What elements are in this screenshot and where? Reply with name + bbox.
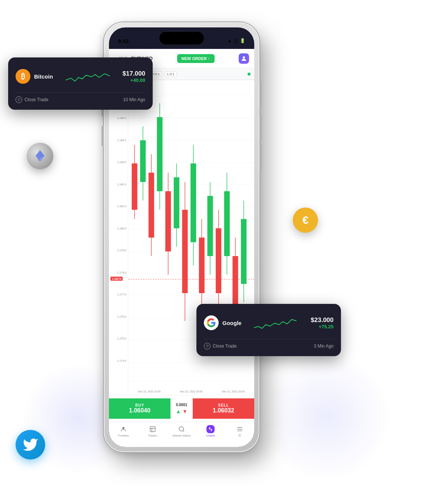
- time-label-1: Dec 22, 2022 22:00: [128, 390, 170, 393]
- arrow-up-icon: ▲: [176, 408, 181, 414]
- bitcoin-icon: ₿: [16, 69, 30, 84]
- status-icons: ▲ ||| 🔋: [228, 38, 245, 43]
- dynamic-island: [159, 32, 204, 44]
- svg-rect-20: [132, 163, 137, 210]
- svg-rect-36: [199, 238, 205, 293]
- svg-rect-38: [207, 196, 213, 256]
- price-level-7: 1,180.0: [117, 226, 126, 230]
- google-time-ago: 3 Min Ago: [314, 344, 334, 349]
- svg-rect-22: [140, 140, 146, 182]
- clock-icon: ⏱: [16, 96, 22, 103]
- nav-charts-label: Charts: [206, 434, 215, 437]
- svg-rect-42: [224, 191, 230, 256]
- google-price-section: $23.000 +75.25: [311, 316, 334, 329]
- bitcoin-price-section: $17.000 +40.00: [123, 70, 145, 83]
- background-glow-right: [262, 352, 391, 482]
- svg-rect-26: [157, 117, 162, 191]
- svg-point-51: [179, 427, 183, 431]
- bitcoin-coin-info: ₿ Bitcoin: [16, 69, 53, 84]
- signal-icon: |||: [234, 38, 238, 43]
- euro-coin: €: [293, 208, 318, 233]
- bitcoin-close-trade[interactable]: ⏱ Close Trade: [16, 96, 49, 103]
- bitcoin-time-ago: 10 Min Ago: [123, 97, 145, 102]
- nav-trades[interactable]: Trades: [138, 425, 167, 437]
- price-level-8: 1,179.0: [117, 249, 126, 252]
- bitcoin-price: $17.000: [123, 70, 145, 77]
- sell-label: SELL: [218, 403, 229, 407]
- avatar: [239, 53, 249, 64]
- time-label-row: Dec 22, 2022 22:00 Dec 22, 2022 16:00 De…: [128, 388, 254, 395]
- nav-charts[interactable]: Charts: [196, 425, 225, 437]
- price-level-2: 1,185.0: [117, 116, 126, 120]
- google-clock-icon: ⏱: [204, 343, 210, 349]
- google-mini-chart: [254, 314, 298, 332]
- google-coin-info: Google: [204, 315, 242, 330]
- price-level-3: 1,184.0: [117, 138, 126, 142]
- price-level-11: 1,176.0: [117, 315, 126, 318]
- svg-point-47: [122, 427, 125, 429]
- svg-rect-24: [149, 173, 154, 238]
- time-label-3: Dec 21, 2022 16:00: [212, 390, 254, 393]
- google-change: +75.25: [311, 324, 334, 329]
- ethereum-coin: [27, 143, 53, 169]
- svg-point-3: [243, 56, 245, 59]
- nav-trades-label: Trades: [148, 434, 157, 437]
- current-price-badge: 1,18270: [110, 276, 123, 281]
- menu-icon: [236, 425, 244, 433]
- spread-value: 0.0001: [176, 403, 188, 407]
- svg-rect-34: [190, 163, 196, 242]
- bottom-nav: Portfolio Trades Market Watch: [109, 422, 254, 447]
- google-close-trade[interactable]: ⏱ Close Trade: [204, 343, 237, 349]
- price-level-9: 1,178.0: [117, 271, 126, 274]
- status-time: 9:41: [118, 38, 129, 44]
- price-axis: 1,187.0 1,185.0 1,184.0 1,183.0 1,182.0 …: [109, 80, 128, 395]
- bitcoin-name: Bitcoin: [34, 73, 53, 80]
- charts-icon: [206, 425, 215, 433]
- google-name: Google: [222, 320, 242, 326]
- battery-icon: 🔋: [240, 38, 245, 43]
- google-card: Google $23.000 +75.25 ⏱ Close Trade 3 Mi…: [196, 304, 341, 356]
- buy-section[interactable]: BUY 1.06040: [109, 398, 170, 419]
- nav-menu-label: ☰: [238, 434, 241, 437]
- trading-bar: BUY 1.06040 0.0001 ▲ ▼ SELL 1.06032: [109, 395, 254, 422]
- nav-portfolio[interactable]: Portfolio: [109, 425, 138, 437]
- google-price: $23.000: [311, 316, 334, 324]
- wifi-icon: ▲: [228, 38, 232, 43]
- svg-rect-46: [241, 219, 246, 284]
- buy-price: 1.06040: [129, 407, 150, 414]
- euro-symbol: €: [302, 214, 309, 226]
- toolbar-l[interactable]: L:0:1: [165, 71, 177, 77]
- spread-center: 0.0001 ▲ ▼: [170, 398, 193, 419]
- price-level-12: 1,175.0: [117, 337, 126, 340]
- buy-label: BUY: [135, 403, 144, 407]
- nav-portfolio-label: Portfolio: [118, 434, 129, 437]
- bitcoin-change: +40.00: [123, 77, 145, 83]
- price-level-10: 1,177.0: [117, 293, 126, 296]
- sell-price: 1.06032: [213, 407, 234, 414]
- google-icon: [204, 315, 219, 330]
- svg-rect-28: [165, 191, 171, 252]
- sell-section[interactable]: SELL 1.06032: [193, 398, 254, 419]
- price-level-5: 1,182.0: [117, 182, 126, 186]
- portfolio-icon: [119, 425, 127, 433]
- spread-arrows: ▲ ▼: [176, 408, 188, 414]
- bitcoin-card: ₿ Bitcoin $17.000 +40.00 ⏱ Close Trade 1…: [8, 57, 153, 110]
- google-close-label: Close Trade: [213, 344, 237, 349]
- trades-icon: [149, 425, 157, 433]
- nav-market-watch-label: Market Watch: [172, 434, 190, 437]
- nav-menu[interactable]: ☰: [225, 425, 254, 437]
- svg-line-52: [183, 430, 184, 431]
- nav-market-watch[interactable]: Market Watch: [167, 425, 196, 437]
- connection-indicator: [248, 73, 251, 76]
- bitcoin-mini-chart: [66, 67, 110, 86]
- new-order-button[interactable]: NEW ORDER ↑: [177, 54, 215, 63]
- svg-rect-48: [150, 427, 155, 432]
- time-label-2: Dec 22, 2022 16:00: [170, 390, 212, 393]
- twitter-coin: [16, 430, 45, 460]
- arrow-down-icon: ▼: [182, 408, 188, 414]
- market-watch-icon: [178, 425, 186, 433]
- price-level-13: 1,174.0: [117, 359, 126, 362]
- bitcoin-close-label: Close Trade: [24, 97, 49, 102]
- price-level-4: 1,183.0: [117, 160, 126, 164]
- price-level-6: 1,181.0: [117, 205, 126, 208]
